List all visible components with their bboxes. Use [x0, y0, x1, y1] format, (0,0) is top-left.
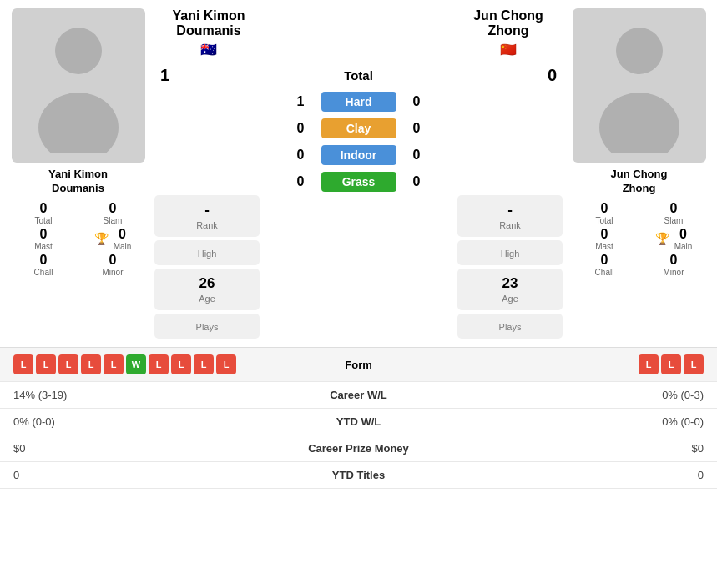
clay-badge: Clay: [321, 118, 396, 138]
surface-row-hard: 1 Hard 0: [154, 92, 563, 112]
career-prize-row: $0 Career Prize Money $0: [0, 435, 717, 461]
indoor-badge: Indoor: [321, 145, 396, 165]
form-badge-p1: L: [171, 354, 191, 374]
surface-row-clay: 0 Clay 0: [154, 118, 563, 138]
total-score-row: 1 Total 0: [154, 66, 563, 85]
surface-row-grass: 0 Grass 0: [154, 172, 563, 192]
svg-point-2: [616, 28, 663, 74]
form-badge-p1: L: [194, 354, 214, 374]
grass-badge: Grass: [321, 172, 396, 192]
p2-slam: 0 Slam: [642, 201, 706, 225]
p1-rank-card: - Rank: [154, 195, 260, 237]
p1-trophy: 🏆 0 Main: [81, 227, 145, 251]
trophy1-icon: 🏆: [94, 232, 109, 245]
player1-stats: 0 Total 0 Slam 0 Mast 🏆 0 Main: [12, 201, 145, 277]
form-badge-p2: L: [684, 354, 704, 374]
p2-age-card: 23 Age: [457, 269, 563, 310]
player1-avatar: [12, 8, 145, 163]
p2-plays-card: Plays: [457, 314, 563, 339]
top-layout: Yani KimonDoumanis 0 Total 0 Slam 0 Mast…: [0, 0, 717, 344]
hard-badge: Hard: [321, 92, 396, 112]
p2-form-badges: LLL: [442, 354, 704, 374]
p2-mast: 0 Mast: [573, 227, 637, 251]
form-badge-p1: L: [36, 354, 56, 374]
form-badge-p1: W: [126, 354, 146, 374]
form-badge-p1: L: [149, 354, 169, 374]
form-badge-p1: L: [13, 354, 33, 374]
form-badge-p1: L: [81, 354, 101, 374]
player2-section: Jun ChongZhong 0 Total 0 Slam 0 Mast 🏆: [566, 8, 712, 277]
p1-form-badges: LLLLLWLLLL: [13, 354, 275, 374]
p1-minor: 0 Minor: [81, 253, 145, 277]
p1-age-card: 26 Age: [154, 269, 260, 310]
p1-slam: 0 Slam: [81, 201, 145, 225]
player1-section: Yani KimonDoumanis 0 Total 0 Slam 0 Mast…: [5, 8, 151, 277]
p2-rank-card: - Rank: [457, 195, 563, 237]
p1-plays-card: Plays: [154, 314, 260, 339]
p1-chall: 0 Chall: [12, 253, 76, 277]
p2-chall: 0 Chall: [573, 253, 637, 277]
form-badge-p1: L: [216, 354, 236, 374]
p2-flag: 🇨🇳: [454, 42, 563, 58]
svg-point-1: [38, 93, 119, 153]
main-container: Yani KimonDoumanis 0 Total 0 Slam 0 Mast…: [0, 0, 717, 489]
p2-header-name: Jun ChongZhong 🇨🇳: [454, 8, 563, 58]
svg-point-0: [55, 28, 102, 74]
p2-total: 0 Total: [573, 201, 637, 225]
middle-section: Yani KimonDoumanis 🇦🇺 Jun ChongZhong 🇨🇳 …: [154, 8, 563, 339]
form-label: Form: [275, 359, 442, 371]
p2-minor: 0 Minor: [642, 253, 706, 277]
form-badge-p2: L: [639, 354, 659, 374]
player2-avatar: [573, 8, 706, 163]
p2-trophy: 🏆 0 Main: [642, 227, 706, 251]
p2-main: 0 Main: [674, 227, 693, 251]
form-badge-p1: L: [104, 354, 124, 374]
player2-name: Jun ChongZhong: [611, 168, 668, 196]
p2-high-card: High: [457, 240, 563, 265]
ytd-titles-row: 0 YTD Titles 0: [0, 461, 717, 489]
bottom-section: LLLLLWLLLL Form LLL 14% (3-19) Career W/…: [0, 347, 717, 489]
p1-info-cards: - Rank High 26 Age Plays: [154, 195, 260, 339]
career-wl-row: 14% (3-19) Career W/L 0% (0-3): [0, 381, 717, 408]
surface-rows: 1 Hard 0 0 Clay 0 0 Indoor 0 0 Grass: [154, 92, 563, 192]
form-section: LLLLLWLLLL Form LLL: [0, 347, 717, 381]
p1-mast: 0 Mast: [12, 227, 76, 251]
form-badge-p2: L: [661, 354, 681, 374]
ytd-wl-row: 0% (0-0) YTD W/L 0% (0-0): [0, 408, 717, 435]
mid-infocards: - Rank High 26 Age Plays: [154, 195, 563, 339]
p1-high-card: High: [154, 240, 260, 265]
trophy2-icon: 🏆: [655, 232, 669, 245]
surface-row-indoor: 0 Indoor 0: [154, 145, 563, 165]
player1-name: Yani KimonDoumanis: [48, 168, 108, 196]
p1-total: 0 Total: [12, 201, 76, 225]
form-badge-p1: L: [58, 354, 78, 374]
player2-stats: 0 Total 0 Slam 0 Mast 🏆 0 Main: [573, 201, 706, 277]
names-row: Yani KimonDoumanis 🇦🇺 Jun ChongZhong 🇨🇳: [154, 8, 563, 58]
p1-flag: 🇦🇺: [154, 42, 263, 58]
p2-info-cards: - Rank High 23 Age Plays: [457, 195, 563, 339]
svg-point-3: [599, 93, 679, 153]
p1-header-name: Yani KimonDoumanis 🇦🇺: [154, 8, 263, 58]
p1-main: 0 Main: [114, 227, 132, 251]
